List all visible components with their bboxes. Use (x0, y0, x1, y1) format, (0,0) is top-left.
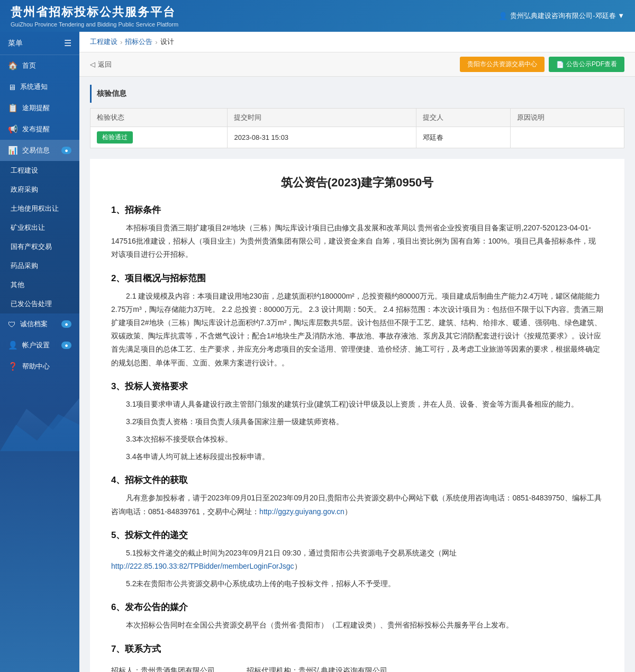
content-area: 核验信息 检验状态 提交时间 提交人 原因说明 检验通过 2023 (79, 77, 635, 672)
sidebar-item-stage[interactable]: 📋 途期提醒 (0, 97, 79, 119)
doc-section-6-heading: 6、发布公告的媒介 (111, 601, 603, 613)
doc-section-3-para-3: 3.3本次招标不接受联合体投标。 (111, 433, 603, 446)
integrity-icon: 🛡 (8, 320, 16, 329)
sidebar-item-trade[interactable]: 📊 交易信息 ● (0, 140, 79, 161)
agency-line: 招标代理机构：贵州弘典建设咨询有限公司 (247, 663, 387, 672)
doc-section-1-para: 本招标项目贵酒三期扩建项目2#地块（三栋）陶坛库设计项目已由修文县发展和改革局以… (111, 221, 603, 262)
sidebar-item-publish[interactable]: 📢 发布提醒 (0, 119, 79, 140)
doc-section-4-heading: 4、招标文件的获取 (111, 474, 603, 486)
document-container: 筑公资告(2023)建字第0950号 1、招标条件 本招标项目贵酒三期扩建项目2… (90, 159, 624, 672)
account-icon: 👤 (8, 341, 18, 350)
verify-row: 检验通过 2023-08-31 15:03 邓廷春 (90, 127, 624, 148)
sidebar-item-help[interactable]: ❓ 帮助中心 (0, 356, 79, 377)
doc-section-4-para: 凡有意参加投标者，请于2023年09月01日至2023年09月20日,贵阳市公共… (111, 491, 603, 518)
verify-col-person: 提交人 (416, 109, 511, 127)
sidebar-item-home[interactable]: 🏠 首页 (0, 55, 79, 76)
pdf-icon: 📄 (556, 61, 564, 68)
sidebar-publish-label: 发布提醒 (22, 124, 50, 134)
back-button[interactable]: ◁ 返回 (90, 60, 112, 69)
doc-section-1-heading: 1、招标条件 (111, 204, 603, 216)
sidebar-trade-label: 交易信息 (22, 146, 50, 155)
sidebar-sub-government[interactable]: 政府采购 (0, 180, 79, 199)
verify-time: 2023-08-31 15:03 (228, 127, 416, 148)
menu-label: 菜单 (8, 39, 23, 48)
menu-toggle-icon[interactable]: ☰ (64, 38, 71, 48)
breadcrumb-item-2[interactable]: 招标公告 (125, 37, 152, 47)
doc-section-2-para: 2.1 建设规模及内容：本项目建设用地230亩，总建筑面积约180000m²，总… (111, 290, 603, 370)
status-badge: 检验通过 (97, 131, 133, 144)
sidebar-sub-published[interactable]: 已发公告处理 (0, 294, 79, 313)
trade-icon: 📊 (8, 146, 18, 155)
publish-icon: 📢 (8, 124, 18, 134)
pdf-label: 公告公示PDF查看 (566, 60, 617, 69)
contact-right: 招标代理机构：贵州弘典建设咨询有限公司 联系人：李丹 电话：1827529566… (247, 663, 387, 672)
help-icon: ❓ (8, 362, 18, 371)
recruiter-line: 招标人：贵州贵酒集团有限公司 (111, 663, 215, 672)
doc-section-3-para-1: 3.1项目要求申请人具备建设行政主管部门颁发的建筑行业(建筑工程)设计甲级及以上… (111, 398, 603, 411)
sidebar-integrity-label: 诚信档案 (20, 319, 48, 329)
link-system[interactable]: http://222.85.190.33:82/TPBidder/memberL… (111, 562, 294, 570)
verify-section-title: 核验信息 (90, 85, 624, 103)
pdf-button[interactable]: 📄 公告公示PDF查看 (549, 57, 624, 72)
doc-section-3-para-4: 3.4各申请人均可就上述标段提出投标申请。 (111, 450, 603, 463)
user-info[interactable]: 👤 贵州弘典建设咨询有限公司-邓廷春 ▼ (498, 11, 624, 21)
home-icon: 🏠 (8, 61, 18, 70)
sidebar-help-label: 帮助中心 (22, 362, 50, 371)
site-logo: 贵州省招标投标公共服务平台 GuiZhou Province Tendering… (11, 4, 178, 28)
sidebar-sub-land[interactable]: 土地使用权出让 (0, 199, 79, 218)
breadcrumb-sep-1: › (120, 38, 122, 46)
sidebar-item-integrity[interactable]: 🛡 诚信档案 ● (0, 313, 79, 335)
account-badge: ● (61, 342, 71, 349)
doc-section-5-para-2: 5.2未在贵阳市公共资源交易中心系统成功上传的电子投标文件，招标人不予受理。 (111, 577, 603, 590)
breadcrumb: 工程建设 › 招标公告 › 设计 (79, 32, 635, 52)
menu-header: 菜单 ☰ (0, 32, 79, 55)
sidebar-home-label: 首页 (22, 61, 36, 70)
sidebar-account-label: 帐户设置 (22, 341, 50, 350)
stage-icon: 📋 (8, 103, 18, 113)
verify-col-reason: 原因说明 (511, 109, 624, 127)
doc-section-3-para-2: 3.2项目负责人资格：项目负责人须具备国家注册一级建筑师资格。 (111, 415, 603, 428)
sidebar-decoration (0, 388, 79, 451)
header: 贵州省招标投标公共服务平台 GuiZhou Province Tendering… (0, 0, 635, 32)
contact-left: 招标人：贵州贵酒集团有限公司 联系人：何征 电话：13951536067 (111, 663, 215, 672)
trade-badge: ● (61, 147, 71, 154)
breadcrumb-item-3: 设计 (160, 37, 174, 47)
breadcrumb-sep-2: › (155, 38, 157, 46)
verify-status: 检验通过 (90, 127, 228, 148)
doc-section-5-heading: 5、投标文件的递交 (111, 529, 603, 541)
site-title-cn: 贵州省招标投标公共服务平台 (11, 4, 178, 20)
verify-col-time: 提交时间 (228, 109, 416, 127)
sidebar-item-account[interactable]: 👤 帐户设置 ● (0, 335, 79, 356)
user-icon: 👤 (498, 12, 507, 20)
sidebar-sub-medicine[interactable]: 药品采购 (0, 256, 79, 275)
doc-title: 筑公资告(2023)建字第0950号 (111, 175, 603, 191)
site-title-en: GuiZhou Province Tendering and Bidding P… (11, 21, 178, 28)
verify-col-status: 检验状态 (90, 109, 228, 127)
doc-section-5-para-1: 5.1投标文件递交的截止时间为2023年09月21日 09:30，通过贵阳市公共… (111, 546, 603, 573)
user-label: 贵州弘典建设咨询有限公司-邓廷春 ▼ (510, 11, 624, 21)
doc-section-3-heading: 3、投标人资格要求 (111, 380, 603, 392)
sidebar-sub-state[interactable]: 国有产权交易 (0, 237, 79, 256)
integrity-badge: ● (61, 320, 71, 328)
back-label: 返回 (98, 60, 112, 69)
sidebar-stage-label: 途期提醒 (22, 103, 50, 113)
sidebar-notify-label: 系统通知 (20, 82, 48, 92)
doc-section-7-heading: 7、联系方式 (111, 643, 603, 655)
sidebar-sub-mineral[interactable]: 矿业权出让 (0, 218, 79, 237)
exchange-button[interactable]: 贵阳市公共资源交易中心 (460, 57, 545, 72)
main-content: 工程建设 › 招标公告 › 设计 ◁ 返回 贵阳市公共资源交易中心 📄 公告公示… (79, 32, 635, 672)
action-buttons: 贵阳市公共资源交易中心 📄 公告公示PDF查看 (460, 57, 624, 72)
verify-person: 邓廷春 (416, 127, 511, 148)
action-bar: ◁ 返回 贵阳市公共资源交易中心 📄 公告公示PDF查看 (79, 52, 635, 77)
sidebar-sub-engineering[interactable]: 工程建设 (0, 161, 79, 180)
sidebar-sub-other[interactable]: 其他 (0, 275, 79, 294)
link-exchange[interactable]: http://ggzy.guiyang.gov.cn (259, 507, 344, 516)
verify-table: 检验状态 提交时间 提交人 原因说明 检验通过 2023-08-31 15:03… (90, 108, 624, 148)
notify-icon: 🖥 (8, 83, 16, 92)
sidebar-item-notify[interactable]: 🖥 系统通知 (0, 76, 79, 97)
breadcrumb-item-1[interactable]: 工程建设 (90, 37, 117, 47)
doc-section-6-para: 本次招标公告同时在全国公共资源交易平台（贵州省·贵阳市）（工程建设类）、贵州省招… (111, 619, 603, 632)
doc-section-2-heading: 2、项目概况与招标范围 (111, 272, 603, 284)
doc-contact: 招标人：贵州贵酒集团有限公司 联系人：何征 电话：13951536067 招标代… (111, 663, 603, 672)
verify-reason (511, 127, 624, 148)
